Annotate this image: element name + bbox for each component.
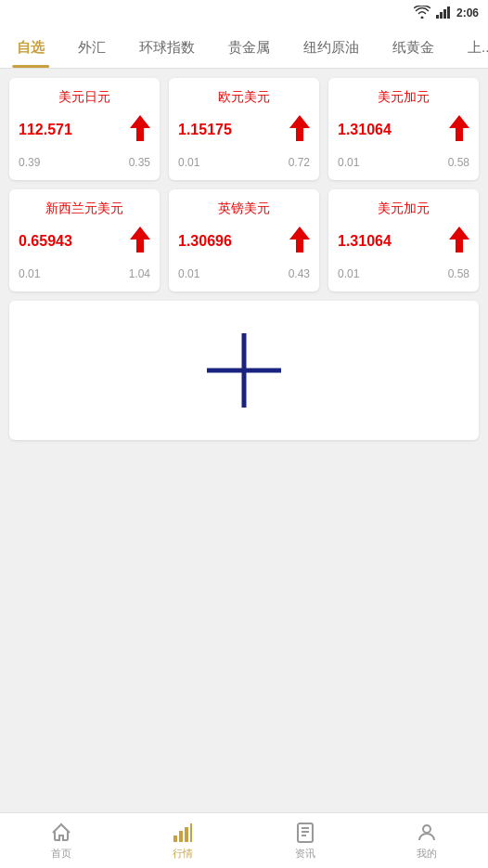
cards-row-1: 美元日元 112.571 0.39 0.35 欧元美元 1.15175	[9, 78, 479, 180]
main-content: 美元日元 112.571 0.39 0.35 欧元美元 1.15175	[0, 69, 488, 812]
nav-tabs: 自选 外汇 环球指数 贵金属 纽约原油 纸黄金 上...	[0, 26, 488, 69]
card-usd-jpy-stat1: 0.39	[19, 156, 40, 169]
card-usd-cad-value-row: 1.31064	[338, 115, 469, 145]
card-usd-cad-stats: 0.01 0.58	[338, 156, 469, 169]
person-icon	[416, 822, 438, 844]
svg-marker-8	[289, 227, 310, 253]
card-nzd-usd-stat1: 0.01	[19, 267, 40, 280]
card-gbp-usd-stat2: 0.43	[289, 267, 310, 280]
card-eur-usd-stat2: 0.72	[289, 156, 310, 169]
card-usd-jpy-stat2: 0.35	[129, 156, 150, 169]
card-gbp-usd-stats: 0.01 0.43	[178, 267, 310, 280]
card-usd-cad2-arrow	[449, 227, 469, 256]
market-label: 行情	[173, 847, 193, 861]
card-gbp-usd-stat1: 0.01	[178, 267, 199, 280]
news-label: 资讯	[295, 847, 315, 861]
signal-icon	[436, 6, 451, 21]
bottom-nav-news[interactable]: 资讯	[244, 816, 366, 866]
svg-rect-10	[173, 836, 177, 842]
svg-marker-6	[449, 115, 469, 141]
status-bar: 2:06	[0, 0, 488, 26]
tab-guijinshu[interactable]: 贵金属	[212, 27, 287, 68]
card-usd-jpy[interactable]: 美元日元 112.571 0.39 0.35	[9, 78, 160, 180]
bottom-nav-home[interactable]: 首页	[0, 816, 122, 866]
news-icon	[294, 822, 316, 844]
card-usd-jpy-stats: 0.39 0.35	[19, 156, 150, 169]
tab-shang[interactable]: 上...	[451, 27, 488, 68]
svg-marker-7	[130, 227, 150, 253]
card-nzd-usd-stat2: 1.04	[129, 267, 150, 280]
card-gbp-usd[interactable]: 英镑美元 1.30696 0.01 0.43	[169, 189, 319, 291]
tab-waihu[interactable]: 外汇	[61, 27, 122, 68]
card-usd-cad2-stats: 0.01 0.58	[338, 267, 469, 280]
svg-rect-13	[190, 823, 192, 842]
card-usd-cad-value: 1.31064	[338, 122, 392, 138]
cards-row-2: 新西兰元美元 0.65943 0.01 1.04 英镑美元 1.30696	[9, 189, 479, 291]
svg-rect-11	[179, 831, 183, 842]
card-usd-jpy-arrow	[130, 115, 150, 145]
card-nzd-usd-value-row: 0.65943	[19, 227, 150, 256]
home-label: 首页	[51, 847, 71, 861]
svg-rect-0	[436, 15, 439, 19]
card-eur-usd-stats: 0.01 0.72	[178, 156, 310, 169]
card-usd-jpy-value-row: 112.571	[19, 115, 150, 145]
bottom-nav-market[interactable]: 行情	[122, 816, 245, 866]
card-usd-cad2-value: 1.31064	[338, 233, 392, 250]
card-usd-cad-title: 美元加元	[338, 89, 469, 106]
tab-huanqiu[interactable]: 环球指数	[122, 27, 212, 68]
card-nzd-usd-value: 0.65943	[19, 233, 72, 250]
card-usd-cad-stat2: 0.58	[448, 156, 469, 169]
svg-rect-1	[440, 12, 443, 19]
card-gbp-usd-value: 1.30696	[178, 233, 232, 250]
add-plus-icon	[207, 333, 281, 408]
card-usd-cad2-value-row: 1.31064	[338, 227, 469, 256]
tab-paper-gold[interactable]: 纸黄金	[376, 27, 451, 68]
svg-rect-12	[185, 827, 188, 842]
mine-label: 我的	[417, 847, 437, 861]
svg-rect-3	[447, 6, 450, 19]
card-usd-cad-stat1: 0.01	[338, 156, 359, 169]
card-nzd-usd-stats: 0.01 1.04	[19, 267, 150, 280]
card-eur-usd-value-row: 1.15175	[178, 115, 310, 145]
card-usd-jpy-value: 112.571	[19, 122, 72, 138]
clock-display: 2:06	[456, 6, 479, 19]
add-card-button[interactable]	[9, 301, 479, 440]
card-usd-cad2[interactable]: 美元加元 1.31064 0.01 0.58	[328, 189, 479, 291]
card-gbp-usd-value-row: 1.30696	[178, 227, 310, 256]
chart-icon	[172, 822, 194, 844]
card-eur-usd-title: 欧元美元	[178, 89, 310, 106]
card-gbp-usd-arrow	[289, 227, 310, 256]
card-eur-usd-stat1: 0.01	[178, 156, 199, 169]
card-eur-usd-arrow	[289, 115, 310, 145]
card-nzd-usd-title: 新西兰元美元	[19, 201, 150, 217]
svg-point-18	[423, 825, 430, 833]
card-gbp-usd-title: 英镑美元	[178, 201, 310, 217]
card-usd-cad2-stat1: 0.01	[338, 267, 359, 280]
card-eur-usd-value: 1.15175	[178, 122, 232, 138]
card-usd-cad2-title: 美元加元	[338, 201, 469, 217]
svg-marker-4	[130, 115, 150, 141]
svg-rect-2	[443, 9, 446, 19]
svg-marker-9	[449, 227, 469, 253]
card-eur-usd[interactable]: 欧元美元 1.15175 0.01 0.72	[169, 78, 319, 180]
tab-zixuan[interactable]: 自选	[0, 27, 61, 68]
card-usd-cad2-stat2: 0.58	[448, 267, 469, 280]
bottom-nav: 首页 行情 资讯	[0, 812, 488, 868]
card-usd-cad[interactable]: 美元加元 1.31064 0.01 0.58	[328, 78, 479, 180]
card-usd-jpy-title: 美元日元	[19, 89, 150, 106]
card-usd-cad-arrow	[449, 115, 469, 145]
svg-marker-5	[289, 115, 310, 141]
card-nzd-usd-arrow	[130, 227, 150, 256]
bottom-nav-mine[interactable]: 我的	[366, 816, 489, 866]
tab-newyork[interactable]: 纽约原油	[287, 27, 376, 68]
wifi-icon	[414, 6, 430, 21]
home-icon	[50, 822, 72, 844]
card-nzd-usd[interactable]: 新西兰元美元 0.65943 0.01 1.04	[9, 189, 160, 291]
